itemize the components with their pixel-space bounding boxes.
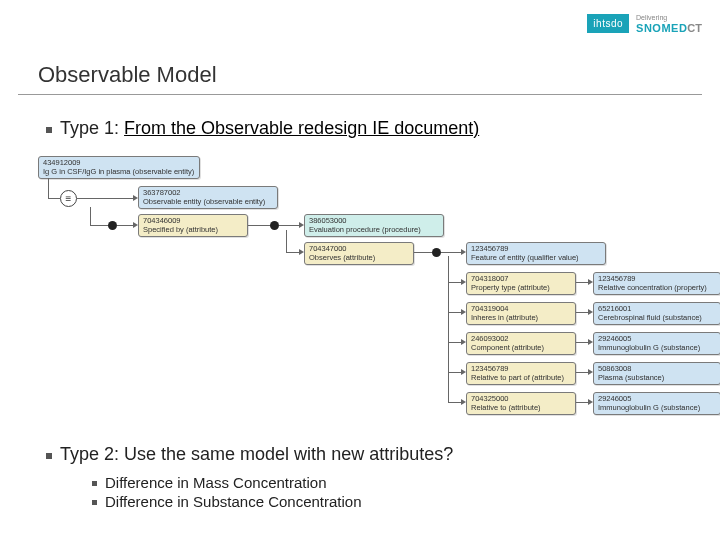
node-label: Component (attribute): [471, 344, 571, 353]
node-igg-relative: 29246005 Immunoglobulin G (substance): [593, 392, 720, 415]
node-label: Relative concentration (property): [598, 284, 716, 293]
node-label: Plasma (substance): [598, 374, 716, 383]
node-evaluation-procedure: 386053000 Evaluation procedure (procedur…: [304, 214, 444, 237]
node-label: Ig G in CSF/IgG in plasma (observable en…: [43, 168, 195, 177]
node-label: Specified by (attribute): [143, 226, 243, 235]
sub-bullet-a-text: Difference in Mass Concentration: [105, 474, 327, 491]
node-component: 246093002 Component (attribute): [466, 332, 576, 355]
node-plasma: 50863008 Plasma (substance): [593, 362, 720, 385]
node-label: Immunoglobulin G (substance): [598, 344, 716, 353]
conjunction-dot: [270, 221, 279, 230]
sub-bullet-a: Difference in Mass Concentration: [92, 474, 362, 491]
node-label: Inheres in (attribute): [471, 314, 571, 323]
node-relative-to: 704325000 Relative to (attribute): [466, 392, 576, 415]
node-label: Property type (attribute): [471, 284, 571, 293]
node-inheres-in: 704319004 Inheres in (attribute): [466, 302, 576, 325]
snomed-ct-text: CT: [687, 22, 702, 34]
bullet-icon: [46, 127, 52, 133]
type2-text: Type 2: Use the same model with new attr…: [60, 444, 453, 465]
node-property-type: 704318007 Property type (attribute): [466, 272, 576, 295]
title-underline: [18, 94, 702, 95]
node-igg-component: 29246005 Immunoglobulin G (substance): [593, 332, 720, 355]
sub-bullet-list: Difference in Mass Concentration Differe…: [92, 474, 362, 512]
sub-bullet-b-text: Difference in Substance Concentration: [105, 493, 362, 510]
node-feature: 123456789 Feature of entity (qualifier v…: [466, 242, 606, 265]
node-label: Relative to part of (attribute): [471, 374, 571, 383]
page-title: Observable Model: [38, 62, 217, 88]
node-label: Observes (attribute): [309, 254, 409, 263]
node-label: Immunoglobulin G (substance): [598, 404, 716, 413]
node-label: Evaluation procedure (procedure): [309, 226, 439, 235]
concept-diagram: 434912009 Ig G in CSF/IgG in plasma (obs…: [38, 156, 686, 426]
bullet-type1: Type 1: From the Observable redesign IE …: [46, 118, 479, 139]
node-relative-concentration: 123456789 Relative concentration (proper…: [593, 272, 720, 295]
sub-bullet-b: Difference in Substance Concentration: [92, 493, 362, 510]
node-observes: 704347000 Observes (attribute): [304, 242, 414, 265]
type1-text: Type 1: From the Observable redesign IE …: [60, 118, 479, 139]
node-label: Cerebrospinal fluid (substance): [598, 314, 716, 323]
header-logo: ihtsdo Delivering SNOMEDCT: [587, 12, 702, 34]
node-label: Relative to (attribute): [471, 404, 571, 413]
type1-link[interactable]: From the Observable redesign IE document…: [124, 118, 479, 138]
node-label: Observable entity (observable entity): [143, 198, 273, 207]
bullet-icon: [92, 500, 97, 505]
delivering-text: Delivering: [636, 14, 667, 21]
conjunction-dot: [432, 248, 441, 257]
node-observable-entity: 363787002 Observable entity (observable …: [138, 186, 278, 209]
equivalence-icon: ≡: [60, 190, 77, 207]
node-relative-to-part-of: 123456789 Relative to part of (attribute…: [466, 362, 576, 385]
node-label: Feature of entity (qualifier value): [471, 254, 601, 263]
node-root: 434912009 Ig G in CSF/IgG in plasma (obs…: [38, 156, 200, 179]
bullet-icon: [46, 453, 52, 459]
snomed-text: SNOMED: [636, 22, 687, 34]
type1-prefix: Type 1:: [60, 118, 124, 138]
node-csf: 65216001 Cerebrospinal fluid (substance): [593, 302, 720, 325]
bullet-icon: [92, 481, 97, 486]
bullet-type2: Type 2: Use the same model with new attr…: [46, 444, 453, 465]
ihtsdo-logo: ihtsdo: [587, 14, 629, 33]
node-specified-by: 704346009 Specified by (attribute): [138, 214, 248, 237]
conjunction-dot: [108, 221, 117, 230]
